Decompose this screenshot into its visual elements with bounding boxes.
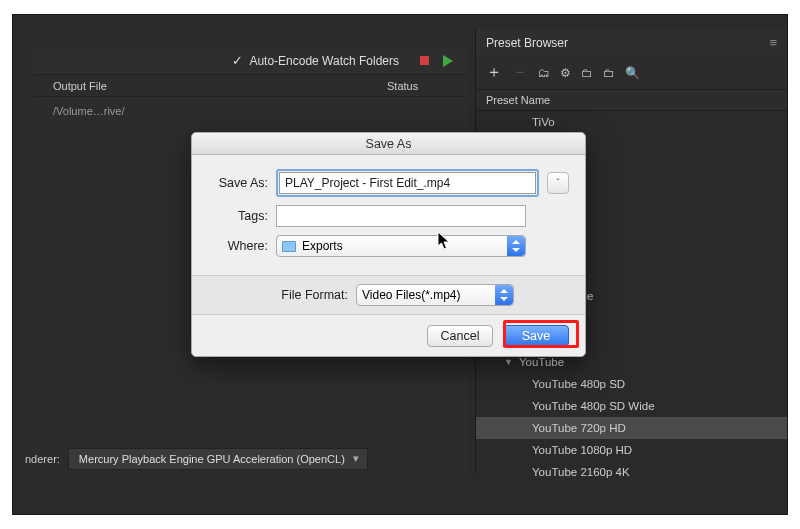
save-as-dialog: Save As Save As: ˇ Tags: Where: [191,132,586,357]
renderer-row: nderer: Mercury Playback Engine GPU Acce… [25,448,368,470]
where-select[interactable]: Exports [276,235,526,257]
new-folder-icon[interactable]: 🗂 [538,66,550,80]
preset-name-col[interactable]: Preset Name [486,94,550,106]
where-value: Exports [302,239,343,253]
folder-icon [282,241,296,252]
stepper-icon [495,285,513,305]
renderer-select[interactable]: Mercury Playback Engine GPU Acceleration… [68,448,368,470]
cancel-button[interactable]: Cancel [427,325,493,347]
preset-panel-title-text: Preset Browser [486,36,568,50]
tags-label: Tags: [208,209,276,223]
settings-icon[interactable]: ⚙ [560,66,571,80]
preset-item[interactable]: YouTube 480p SD [476,373,787,395]
expand-button[interactable]: ˇ [547,172,569,194]
add-preset-button[interactable]: ＋ [486,62,502,83]
remove-preset-button[interactable]: － [512,62,528,83]
auto-encode-checkbox[interactable]: ✓ Auto-Encode Watch Folders [232,53,399,68]
queue-header: Output File Status [33,75,467,97]
col-output-file[interactable]: Output File [53,80,387,92]
preset-list-header: Preset Name [476,90,787,111]
renderer-label: nderer: [25,453,60,465]
app-frame: ✓ Auto-Encode Watch Folders Output File … [12,14,788,515]
preset-item[interactable]: YouTube 480p SD Wide [476,395,787,417]
format-label: File Format: [208,288,356,302]
play-button[interactable] [441,54,455,68]
stop-button[interactable] [417,54,431,68]
preset-item[interactable]: TiVo [476,111,787,133]
where-label: Where: [208,239,276,253]
export-icon[interactable]: 🗀 [603,66,615,80]
preset-panel-title: Preset Browser ≡ [476,29,787,56]
search-icon[interactable]: 🔍 [625,66,640,80]
tags-input[interactable] [276,205,526,227]
renderer-value: Mercury Playback Engine GPU Acceleration… [79,453,345,465]
auto-encode-label: Auto-Encode Watch Folders [249,54,399,68]
import-icon[interactable]: 🗀 [581,66,593,80]
preset-item[interactable]: YouTube 1080p HD [476,439,787,461]
preset-toolbar: ＋ － 🗂 ⚙ 🗀 🗀 🔍 [476,56,787,90]
preset-item[interactable]: YouTube 2160p 4K [476,461,787,483]
preset-item[interactable]: YouTube 720p HD [476,417,787,439]
dialog-title: Save As [192,133,585,155]
panel-menu-icon[interactable]: ≡ [769,35,777,50]
saveas-label: Save As: [208,176,276,190]
stepper-icon [507,236,525,256]
col-status[interactable]: Status [387,80,467,92]
checkmark-icon: ✓ [232,53,243,68]
filename-input[interactable] [279,172,536,194]
queue-toolbar: ✓ Auto-Encode Watch Folders [33,47,467,75]
queue-row[interactable]: /Volume…rive/ [33,97,467,125]
save-button[interactable]: Save [503,325,569,347]
format-value: Video Files(*.mp4) [362,288,460,302]
output-path: /Volume…rive/ [53,105,125,117]
file-format-select[interactable]: Video Files(*.mp4) [356,284,514,306]
chevron-down-icon: ˇ [556,178,559,189]
